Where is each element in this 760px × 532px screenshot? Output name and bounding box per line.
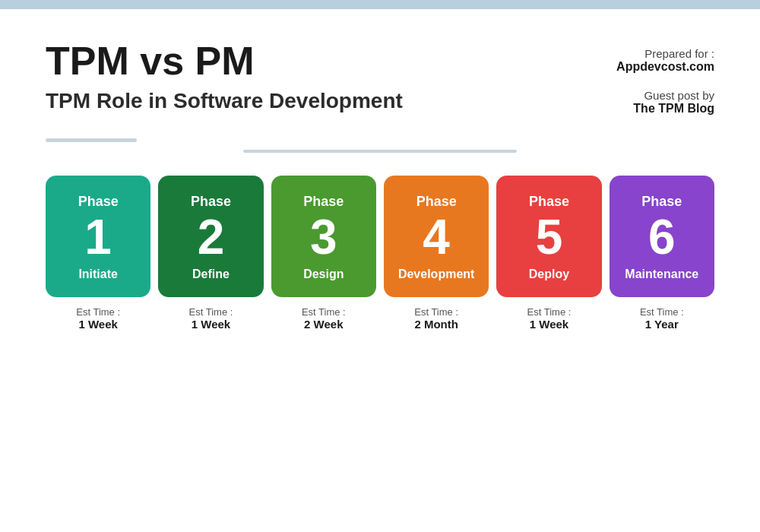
est-block-1: Est Time :1 Week bbox=[76, 306, 120, 331]
phase-card-1: Phase1Initiate bbox=[46, 176, 150, 297]
phase-card-3: Phase3Design bbox=[271, 176, 376, 297]
meta-block: Prepared for : Appdevcost.com Guest post… bbox=[616, 47, 714, 116]
est-value-4: 2 Month bbox=[414, 318, 458, 331]
est-label-2: Est Time : bbox=[189, 306, 233, 318]
phases-container: Phase1InitiateEst Time :1 WeekPhase2Defi… bbox=[46, 176, 714, 331]
prepared-for-label: Prepared for : bbox=[644, 47, 714, 60]
phase-label-1: Phase bbox=[78, 194, 119, 210]
phase-name-3: Design bbox=[303, 268, 344, 281]
divider-long bbox=[243, 150, 517, 153]
phase-number-1: 1 bbox=[84, 213, 112, 261]
phase-number-6: 6 bbox=[648, 213, 676, 261]
est-block-4: Est Time :2 Month bbox=[414, 306, 458, 331]
est-value-5: 1 Week bbox=[527, 318, 572, 331]
est-block-6: Est Time :1 Year bbox=[640, 306, 684, 331]
phase-card-6: Phase6Maintenance bbox=[610, 176, 714, 297]
phase-number-5: 5 bbox=[536, 213, 563, 261]
phase-label-2: Phase bbox=[191, 194, 231, 210]
phase-name-1: Initiate bbox=[78, 268, 118, 281]
est-block-2: Est Time :1 Week bbox=[189, 306, 233, 331]
phase-name-2: Define bbox=[192, 268, 230, 281]
phase-label-5: Phase bbox=[529, 194, 569, 210]
phase-number-3: 3 bbox=[310, 213, 337, 261]
phase-name-5: Deploy bbox=[529, 268, 569, 281]
phase-label-3: Phase bbox=[303, 194, 344, 210]
phase-number-4: 4 bbox=[423, 213, 450, 261]
phase-label-4: Phase bbox=[416, 194, 457, 210]
phase-col-6: Phase6MaintenanceEst Time :1 Year bbox=[610, 176, 714, 331]
est-label-1: Est Time : bbox=[76, 306, 120, 318]
main-title: TPM vs PM bbox=[46, 40, 403, 83]
title-block: TPM vs PM TPM Role in Software Developme… bbox=[46, 40, 403, 116]
phase-name-4: Development bbox=[398, 268, 474, 281]
est-value-3: 2 Week bbox=[302, 318, 346, 331]
est-label-5: Est Time : bbox=[527, 306, 572, 318]
est-block-3: Est Time :2 Week bbox=[302, 306, 346, 331]
top-bar bbox=[0, 0, 760, 9]
phase-name-6: Maintenance bbox=[625, 268, 698, 281]
est-label-3: Est Time : bbox=[302, 306, 346, 318]
phase-col-5: Phase5DeployEst Time :1 Week bbox=[496, 176, 601, 331]
phase-card-4: Phase4Development bbox=[384, 176, 489, 297]
est-block-5: Est Time :1 Week bbox=[527, 306, 572, 331]
phase-col-4: Phase4DevelopmentEst Time :2 Month bbox=[384, 176, 489, 331]
est-label-6: Est Time : bbox=[640, 306, 684, 318]
phase-col-2: Phase2DefineEst Time :1 Week bbox=[158, 176, 263, 331]
phase-number-2: 2 bbox=[198, 213, 225, 261]
phase-col-3: Phase3DesignEst Time :2 Week bbox=[271, 176, 376, 331]
blog-name: The TPM Blog bbox=[616, 102, 714, 116]
divider-short bbox=[46, 138, 137, 142]
est-label-4: Est Time : bbox=[414, 306, 458, 318]
est-value-1: 1 Week bbox=[76, 318, 120, 331]
est-value-6: 1 Year bbox=[640, 318, 684, 331]
phase-label-6: Phase bbox=[641, 194, 682, 210]
sub-title: TPM Role in Software Development bbox=[46, 87, 403, 115]
phase-col-1: Phase1InitiateEst Time :1 Week bbox=[46, 176, 150, 331]
site-name: Appdevcost.com bbox=[616, 60, 714, 74]
phase-card-5: Phase5Deploy bbox=[496, 176, 601, 297]
est-value-2: 1 Week bbox=[189, 318, 233, 331]
guest-post-label: Guest post by bbox=[616, 89, 714, 102]
phase-card-2: Phase2Define bbox=[158, 176, 263, 297]
